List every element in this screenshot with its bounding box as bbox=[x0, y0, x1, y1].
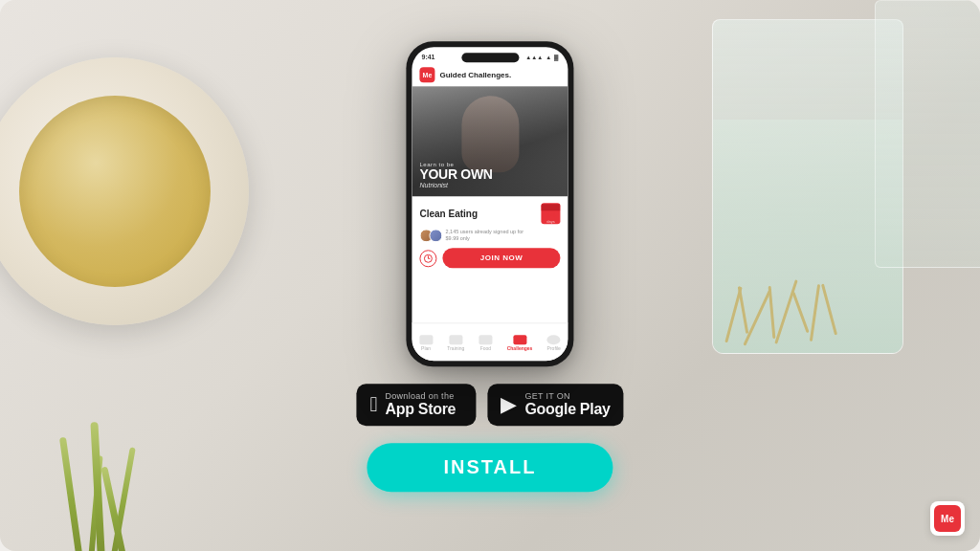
user-avatars-row: 2,145 users already signed up for $9.99 … bbox=[419, 229, 560, 242]
calendar-badge: 14 days bbox=[541, 203, 560, 224]
phone-hero-image: Learn to be YOUR OWN Nutrionist bbox=[412, 86, 568, 196]
app-logo: Me bbox=[419, 67, 434, 82]
hero-overlay: Learn to be YOUR OWN Nutrionist bbox=[412, 86, 568, 196]
challenge-body: Clean Eating 14 days 2,14 bbox=[412, 196, 568, 275]
avatar-2 bbox=[429, 229, 442, 242]
status-icons: ▲▲▲ ▲ ▓ bbox=[525, 55, 558, 60]
join-now-button[interactable]: JOIN NOW bbox=[442, 249, 560, 269]
glass-decoration-2 bbox=[875, 0, 980, 268]
plan-icon bbox=[419, 335, 433, 344]
apple-store-text: Download on the App Store bbox=[385, 391, 456, 418]
challenges-icon bbox=[513, 335, 526, 344]
battery-icon: ▓ bbox=[554, 55, 558, 60]
nav-food-label: Food bbox=[480, 345, 491, 351]
wifi-icon: ▲ bbox=[546, 55, 551, 60]
hero-description: Nutrionist bbox=[419, 182, 560, 188]
avatar-stack bbox=[419, 229, 442, 242]
app-header: Me Guided Challenges. bbox=[412, 64, 568, 86]
me-badge-inner: Me bbox=[934, 505, 961, 532]
phone-bottom-nav: Plan Training Food Challenges bbox=[412, 322, 568, 361]
phone-notch bbox=[461, 53, 519, 62]
food-icon bbox=[479, 335, 492, 344]
nav-plan[interactable]: Plan bbox=[419, 335, 433, 351]
main-container: 9:41 ▲▲▲ ▲ ▓ Me Guided Challenges. bbox=[0, 0, 980, 551]
google-play-name: Google Play bbox=[524, 401, 610, 418]
nav-challenges[interactable]: Challenges bbox=[507, 335, 533, 351]
hero-title: YOUR OWN bbox=[419, 167, 560, 182]
users-count-text: 2,145 users already signed up for $9.99 … bbox=[445, 229, 523, 242]
google-play-button[interactable]: ▶ GET IT ON Google Play bbox=[487, 384, 623, 426]
nav-training[interactable]: Training bbox=[447, 335, 464, 351]
signal-icon: ▲▲▲ bbox=[525, 55, 543, 60]
timer-icon bbox=[419, 250, 436, 267]
phone-screen: 9:41 ▲▲▲ ▲ ▓ Me Guided Challenges. bbox=[412, 47, 568, 361]
training-icon bbox=[449, 335, 462, 344]
days-label: days bbox=[546, 219, 554, 224]
status-time: 9:41 bbox=[421, 54, 434, 60]
days-number: 14 bbox=[546, 210, 555, 219]
me-badge: Me bbox=[930, 501, 965, 536]
nav-challenges-label: Challenges bbox=[507, 345, 533, 351]
nav-plan-label: Plan bbox=[421, 345, 431, 351]
nav-profile[interactable]: Profile bbox=[547, 335, 561, 351]
profile-icon bbox=[547, 335, 561, 344]
bowl-liquid bbox=[19, 96, 211, 287]
apple-store-name: App Store bbox=[385, 401, 456, 418]
apple-top-line: Download on the bbox=[385, 391, 456, 401]
google-play-text: GET IT ON Google Play bbox=[524, 391, 610, 418]
phone-mockup: 9:41 ▲▲▲ ▲ ▓ Me Guided Challenges. bbox=[406, 41, 573, 366]
google-play-icon: ▶ bbox=[501, 392, 517, 417]
apple-store-button[interactable]:  Download on the App Store bbox=[356, 384, 476, 426]
store-buttons:  Download on the App Store ▶ GET IT ON … bbox=[356, 384, 623, 426]
nav-profile-label: Profile bbox=[547, 345, 561, 351]
nav-food[interactable]: Food bbox=[479, 335, 492, 351]
install-button[interactable]: INSTALL bbox=[368, 443, 613, 492]
join-row: JOIN NOW bbox=[419, 249, 560, 269]
app-tagline: Guided Challenges. bbox=[439, 71, 511, 79]
google-top-line: GET IT ON bbox=[524, 391, 610, 401]
nav-training-label: Training bbox=[447, 345, 464, 351]
apple-icon:  bbox=[369, 392, 377, 417]
challenge-name: Clean Eating bbox=[419, 209, 478, 219]
challenge-row: Clean Eating 14 days bbox=[419, 203, 560, 224]
center-panel: 9:41 ▲▲▲ ▲ ▓ Me Guided Challenges. bbox=[356, 41, 623, 492]
